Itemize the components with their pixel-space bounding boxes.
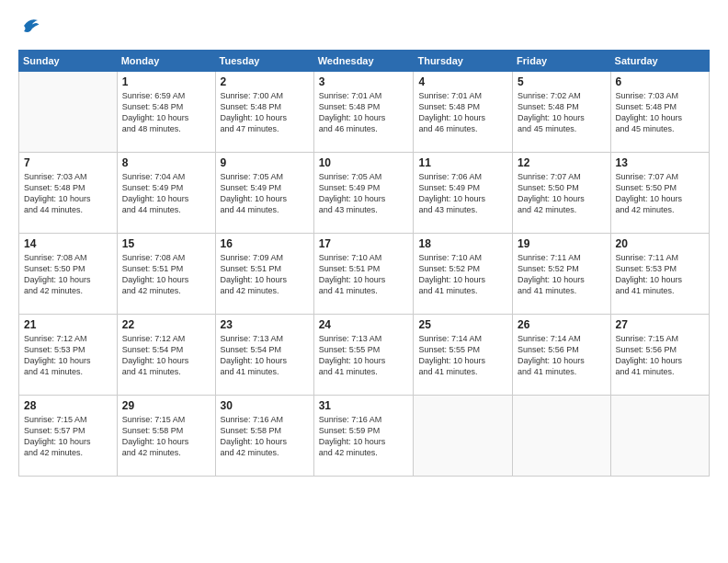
day-info: Sunrise: 7:11 AMSunset: 5:53 PMDaylight:… (616, 252, 704, 297)
weekday-header-thursday: Thursday (414, 51, 513, 72)
day-number: 13 (616, 156, 704, 169)
day-number: 11 (418, 156, 507, 169)
day-info: Sunrise: 7:10 AMSunset: 5:51 PMDaylight:… (319, 252, 409, 297)
day-info: Sunrise: 7:12 AMSunset: 5:53 PMDaylight:… (24, 333, 112, 378)
day-number: 17 (319, 237, 409, 250)
week-row-2: 7Sunrise: 7:03 AMSunset: 5:48 PMDaylight… (19, 153, 710, 234)
calendar-cell: 26Sunrise: 7:14 AMSunset: 5:56 PMDayligh… (513, 315, 610, 396)
day-number: 29 (122, 399, 210, 412)
day-info: Sunrise: 7:15 AMSunset: 5:58 PMDaylight:… (122, 414, 210, 459)
calendar-cell (513, 396, 610, 477)
calendar-cell: 2Sunrise: 7:00 AMSunset: 5:48 PMDaylight… (215, 72, 313, 153)
day-number: 4 (418, 75, 507, 88)
day-info: Sunrise: 7:01 AMSunset: 5:48 PMDaylight:… (319, 90, 409, 135)
day-number: 30 (221, 399, 309, 412)
day-number: 22 (122, 318, 210, 331)
day-info: Sunrise: 7:04 AMSunset: 5:49 PMDaylight:… (122, 171, 210, 216)
weekday-header-sunday: Sunday (19, 51, 118, 72)
day-number: 18 (418, 237, 507, 250)
day-info: Sunrise: 7:10 AMSunset: 5:52 PMDaylight:… (418, 252, 507, 297)
day-info: Sunrise: 7:05 AMSunset: 5:49 PMDaylight:… (221, 171, 309, 216)
day-number: 9 (221, 156, 309, 169)
day-number: 14 (24, 237, 112, 250)
day-info: Sunrise: 7:15 AMSunset: 5:56 PMDaylight:… (616, 333, 704, 378)
calendar-cell: 25Sunrise: 7:14 AMSunset: 5:55 PMDayligh… (414, 315, 513, 396)
weekday-header-saturday: Saturday (610, 51, 709, 72)
day-number: 3 (319, 75, 409, 88)
day-number: 21 (24, 318, 112, 331)
day-number: 1 (122, 75, 210, 88)
day-info: Sunrise: 7:03 AMSunset: 5:48 PMDaylight:… (24, 171, 112, 216)
day-info: Sunrise: 7:13 AMSunset: 5:55 PMDaylight:… (319, 333, 409, 378)
day-info: Sunrise: 7:07 AMSunset: 5:50 PMDaylight:… (518, 171, 605, 216)
calendar-cell: 30Sunrise: 7:16 AMSunset: 5:58 PMDayligh… (215, 396, 313, 477)
day-number: 19 (518, 237, 605, 250)
day-number: 27 (616, 318, 704, 331)
calendar-cell (610, 396, 709, 477)
day-info: Sunrise: 7:13 AMSunset: 5:54 PMDaylight:… (221, 333, 309, 378)
calendar-cell: 17Sunrise: 7:10 AMSunset: 5:51 PMDayligh… (313, 234, 414, 315)
weekday-header-friday: Friday (513, 51, 610, 72)
calendar-cell: 7Sunrise: 7:03 AMSunset: 5:48 PMDaylight… (19, 153, 118, 234)
day-info: Sunrise: 7:14 AMSunset: 5:56 PMDaylight:… (518, 333, 605, 378)
day-number: 23 (221, 318, 309, 331)
calendar-cell: 21Sunrise: 7:12 AMSunset: 5:53 PMDayligh… (19, 315, 118, 396)
calendar-cell: 16Sunrise: 7:09 AMSunset: 5:51 PMDayligh… (215, 234, 313, 315)
day-number: 5 (518, 75, 605, 88)
calendar-cell: 1Sunrise: 6:59 AMSunset: 5:48 PMDaylight… (117, 72, 215, 153)
week-row-4: 21Sunrise: 7:12 AMSunset: 5:53 PMDayligh… (19, 315, 710, 396)
calendar-cell: 8Sunrise: 7:04 AMSunset: 5:49 PMDaylight… (117, 153, 215, 234)
calendar-cell: 4Sunrise: 7:01 AMSunset: 5:48 PMDaylight… (414, 72, 513, 153)
day-info: Sunrise: 7:15 AMSunset: 5:57 PMDaylight:… (24, 414, 112, 459)
day-info: Sunrise: 7:01 AMSunset: 5:48 PMDaylight:… (418, 90, 507, 135)
calendar-cell: 22Sunrise: 7:12 AMSunset: 5:54 PMDayligh… (117, 315, 215, 396)
week-row-3: 14Sunrise: 7:08 AMSunset: 5:50 PMDayligh… (19, 234, 710, 315)
day-number: 20 (616, 237, 704, 250)
calendar-cell: 3Sunrise: 7:01 AMSunset: 5:48 PMDaylight… (313, 72, 414, 153)
logo-icon (18, 15, 40, 40)
day-info: Sunrise: 7:08 AMSunset: 5:51 PMDaylight:… (122, 252, 210, 297)
day-info: Sunrise: 7:16 AMSunset: 5:58 PMDaylight:… (221, 414, 309, 459)
calendar-cell: 12Sunrise: 7:07 AMSunset: 5:50 PMDayligh… (513, 153, 610, 234)
day-info: Sunrise: 7:05 AMSunset: 5:49 PMDaylight:… (319, 171, 409, 216)
day-number: 6 (616, 75, 704, 88)
day-number: 2 (221, 75, 309, 88)
calendar-cell: 6Sunrise: 7:03 AMSunset: 5:48 PMDaylight… (610, 72, 709, 153)
day-info: Sunrise: 6:59 AMSunset: 5:48 PMDaylight:… (122, 90, 210, 135)
day-info: Sunrise: 7:02 AMSunset: 5:48 PMDaylight:… (518, 90, 605, 135)
day-number: 24 (319, 318, 409, 331)
weekday-header-monday: Monday (117, 51, 215, 72)
calendar-cell (19, 72, 118, 153)
day-number: 28 (24, 399, 112, 412)
header (18, 15, 710, 40)
day-number: 16 (221, 237, 309, 250)
logo (18, 15, 44, 40)
calendar-cell: 20Sunrise: 7:11 AMSunset: 5:53 PMDayligh… (610, 234, 709, 315)
calendar-cell: 15Sunrise: 7:08 AMSunset: 5:51 PMDayligh… (117, 234, 215, 315)
weekday-header-wednesday: Wednesday (313, 51, 414, 72)
calendar-cell: 14Sunrise: 7:08 AMSunset: 5:50 PMDayligh… (19, 234, 118, 315)
day-number: 7 (24, 156, 112, 169)
day-info: Sunrise: 7:07 AMSunset: 5:50 PMDaylight:… (616, 171, 704, 216)
calendar-cell: 23Sunrise: 7:13 AMSunset: 5:54 PMDayligh… (215, 315, 313, 396)
day-number: 25 (418, 318, 507, 331)
calendar-cell: 24Sunrise: 7:13 AMSunset: 5:55 PMDayligh… (313, 315, 414, 396)
day-info: Sunrise: 7:03 AMSunset: 5:48 PMDaylight:… (616, 90, 704, 135)
week-row-5: 28Sunrise: 7:15 AMSunset: 5:57 PMDayligh… (19, 396, 710, 477)
calendar-cell: 11Sunrise: 7:06 AMSunset: 5:49 PMDayligh… (414, 153, 513, 234)
week-row-1: 1Sunrise: 6:59 AMSunset: 5:48 PMDaylight… (19, 72, 710, 153)
day-info: Sunrise: 7:14 AMSunset: 5:55 PMDaylight:… (418, 333, 507, 378)
calendar-cell: 9Sunrise: 7:05 AMSunset: 5:49 PMDaylight… (215, 153, 313, 234)
day-info: Sunrise: 7:16 AMSunset: 5:59 PMDaylight:… (319, 414, 409, 459)
calendar-cell: 28Sunrise: 7:15 AMSunset: 5:57 PMDayligh… (19, 396, 118, 477)
calendar-cell: 19Sunrise: 7:11 AMSunset: 5:52 PMDayligh… (513, 234, 610, 315)
calendar-cell: 13Sunrise: 7:07 AMSunset: 5:50 PMDayligh… (610, 153, 709, 234)
day-info: Sunrise: 7:12 AMSunset: 5:54 PMDaylight:… (122, 333, 210, 378)
calendar-cell: 10Sunrise: 7:05 AMSunset: 5:49 PMDayligh… (313, 153, 414, 234)
calendar-cell: 29Sunrise: 7:15 AMSunset: 5:58 PMDayligh… (117, 396, 215, 477)
day-number: 15 (122, 237, 210, 250)
day-number: 26 (518, 318, 605, 331)
day-number: 31 (319, 399, 409, 412)
day-info: Sunrise: 7:00 AMSunset: 5:48 PMDaylight:… (221, 90, 309, 135)
weekday-header-row: SundayMondayTuesdayWednesdayThursdayFrid… (19, 51, 710, 72)
